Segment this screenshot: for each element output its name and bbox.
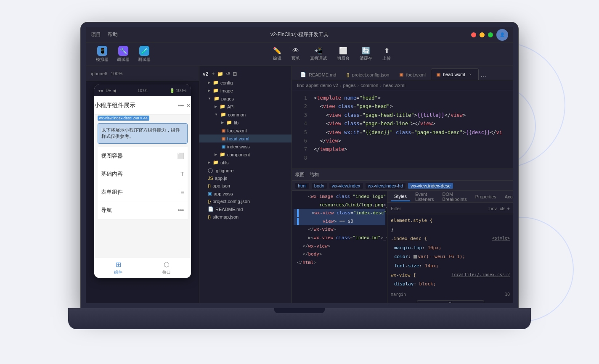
tabs-more-icon[interactable]: ⋯ [480,73,486,80]
file-projectconfig-icon: {} [208,199,211,204]
tree-collapse-icon[interactable]: ⊟ [233,71,237,77]
test-icon: 🧪 [139,46,149,56]
phone-nav-item-4[interactable]: 导航 ••• [98,201,188,219]
tree-item-gitignore[interactable]: ◯ .gitignore [199,166,292,174]
tree-item-lib[interactable]: ▶ 📁 lib [199,119,292,127]
phone-more-icon[interactable]: ••• [178,102,184,109]
toolbar-cutbg-button[interactable]: ⬜ 切后台 [337,47,350,61]
phone-tab-components[interactable]: ⊞ 组件 [94,259,143,277]
style-prop-font-size: font-size: 14px; [387,261,513,271]
user-avatar[interactable]: 👤 [496,29,508,41]
menu-project[interactable]: 项目 [91,31,101,38]
tree-new-folder-icon[interactable]: 📁 [217,71,223,77]
toolbar-preview-button[interactable]: 👁 预览 [292,47,300,61]
code-content-3: <view class="page-head-title">{{title}}<… [314,111,510,119]
styles-tab-properties[interactable]: Properties [472,193,500,201]
phone-nav-item-1[interactable]: 视图容器 ⬜ [98,147,188,165]
tab-projectconfig[interactable]: {} project.config.json [341,70,394,80]
toolbar-device-button[interactable]: 📲 真机调试 [310,47,327,61]
code-content-1: <template name="head"> [314,94,510,102]
code-content-4: <view class="page-head-line"></view> [314,119,510,128]
html-preview[interactable]: <wx-image class="index-logo" src="../res… [292,191,387,303]
edit-label: 编辑 [273,55,281,61]
menu-help[interactable]: 帮助 [108,31,118,38]
elem-html[interactable]: html [295,183,309,189]
window-maximize-button[interactable] [488,32,493,37]
color-swatch [413,255,417,258]
tree-item-utils[interactable]: ▶ 📁 utils [199,158,292,166]
phone-nav-item-3[interactable]: 表单组件 ≡ [98,183,188,201]
tree-item-sitemapjson[interactable]: {} sitemap.json [199,213,292,221]
laptop-screen: 项目 帮助 v2-FinClip小程序开发工具 👤 📱 模拟器 [81,22,518,308]
style-source[interactable]: <style> [492,235,510,242]
phone-tab-api[interactable]: ⬡ 接口 [143,259,191,277]
filter-cls-button[interactable]: .cls [498,206,506,211]
tree-item-foot-wxml[interactable]: ▣ foot.wxml [199,127,292,135]
tree-item-appjson[interactable]: {} app.json [199,182,292,190]
window-close-button[interactable] [471,32,476,37]
styles-tabs: Styles Event Listeners DOM Breakpoints P… [387,191,513,203]
styles-tab-styles[interactable]: Styles [391,192,410,201]
menu-items: 项目 帮助 [91,31,118,38]
tree-new-file-icon[interactable]: + [212,71,215,77]
tab-footwxml[interactable]: ▣ foot.wxml [394,69,430,80]
phone-status-bar: ●● IDE ◀ 10:01 🔋 100% [94,84,191,96]
toolbar-debug-button[interactable]: 🔧 调试器 [114,44,133,64]
tree-item-index-wxss[interactable]: ▣ index.wxss [199,142,292,150]
elem-wx-view-index-hd[interactable]: wx-view.index-hd [366,183,406,189]
elem-body[interactable]: body [312,183,327,189]
styles-tab-accessibility[interactable]: Accessibility [501,193,513,201]
styles-tab-event[interactable]: Event Listeners [412,191,437,203]
tree-item-config[interactable]: ▶ 📁 config [199,79,292,87]
tab-headwxml-close-button[interactable]: × [467,71,473,77]
phone-close-icon[interactable]: ✕ [186,102,191,109]
debug-icon: 🔧 [118,46,128,56]
tab-readme[interactable]: 📄 README.md [295,69,341,80]
preview-icon: 👁 [292,47,299,55]
box-margin: 10 - - 240 × 44 [417,301,484,303]
code-editor[interactable]: 1 <template name="head"> 2 <view class="… [292,90,513,169]
elem-wx-view-index-desc[interactable]: wx-view.index-desc [408,183,453,189]
tree-item-head-wxml[interactable]: ▣ head.wxml [199,135,292,142]
window-minimize-button[interactable] [480,32,485,37]
toolbar-simulate-button[interactable]: 📱 模拟器 [93,44,112,64]
toolbar-edit-button[interactable]: ✏️ 编辑 [273,47,281,61]
toolbar-test-button[interactable]: 🧪 测试器 [135,44,154,64]
toolbar: 📱 模拟器 🔧 调试器 🧪 测试器 ✏️ 编辑 [86,42,513,66]
tree-item-common[interactable]: ▼ 📁 common [199,111,292,119]
tree-item-projectconfig[interactable]: {} project.config.json [199,198,292,205]
tree-item-api[interactable]: ▶ 📁 API [199,103,292,111]
phone-title-bar: 小程序组件展示 ••• ✕ [94,96,191,115]
box-model-container: margin 10 10 - [387,289,513,303]
tree-item-head-wxml-label: head.wxml [227,136,249,141]
tab-headwxml[interactable]: ▣ head.wxml × [431,69,479,80]
toolbar-clearcache-button[interactable]: 🔄 清缓存 [360,47,372,61]
tree-item-appjson-label: app.json [212,183,230,188]
line-num-8: 8 [295,154,307,162]
styles-tab-dom[interactable]: DOM Breakpoints [439,191,470,203]
style-source-2[interactable]: localfile:/.index.css:2 [452,272,510,278]
phone-nav-item-2[interactable]: 基础内容 T [98,165,188,183]
toolbar-upload-button[interactable]: ⬆ 上传 [382,47,391,61]
tree-actions: + 📁 ↺ ⊟ [212,71,237,77]
filter-hov-button[interactable]: :hov [488,206,497,211]
style-prop-color: color: var(--weui-FG-1); [387,252,513,261]
html-line-4: view> == $0 [294,217,385,226]
filter-input[interactable] [391,206,488,211]
selection-indicator [297,218,299,225]
tree-item-appjs[interactable]: JS app.js [199,174,292,182]
code-line-2: 2 <view class="page-head"> [292,102,513,111]
toolbar-center: ✏️ 编辑 👁 预览 📲 真机调试 ⬜ 切后台 [157,47,506,61]
tree-item-appwxss[interactable]: ▣ app.wxss [199,190,292,198]
line-num-2: 2 [295,102,307,111]
tree-item-readme[interactable]: 📄 README.md [199,205,292,213]
filter-add-button[interactable]: + [507,206,510,211]
folder-lib-icon: 📁 [226,120,232,125]
devtools-subtitle: 结构 [310,171,319,178]
tree-item-pages[interactable]: ▼ 📁 pages [199,95,292,103]
breadcrumb-sep-3: › [380,83,382,88]
tree-item-component[interactable]: ▶ 📁 component [199,150,292,158]
tree-refresh-icon[interactable]: ↺ [226,71,230,77]
elem-wx-view-index[interactable]: wx-view.index [329,183,363,189]
tree-item-image[interactable]: ▶ 📁 image [199,87,292,95]
